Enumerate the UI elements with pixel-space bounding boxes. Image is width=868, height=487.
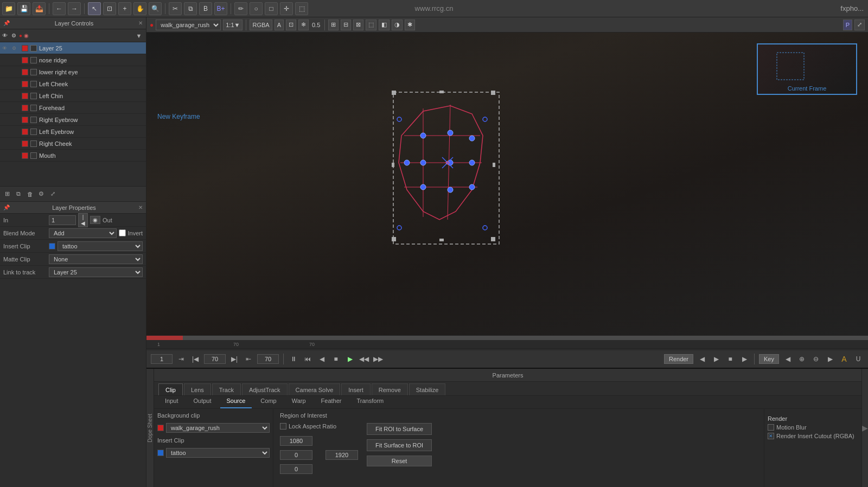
render-back-btn[interactable]: ◀ (697, 354, 707, 364)
layer-item[interactable]: Left Cheek (0, 78, 146, 90)
layer-check[interactable] (30, 129, 37, 135)
panel-icon-pin[interactable]: 📌 (3, 20, 10, 26)
layer-check[interactable] (30, 93, 37, 99)
settings-layer-btn[interactable]: ⚙ (36, 189, 46, 199)
stop-btn[interactable]: ⏸ (288, 354, 299, 364)
render-btn[interactable]: Render (664, 354, 693, 364)
tab-clip[interactable]: Clip (158, 383, 183, 395)
key-del-btn[interactable]: ⊖ (810, 354, 821, 364)
insert-clip-select2[interactable]: tattoo (166, 448, 270, 458)
frame-out-input[interactable] (257, 354, 279, 364)
subtab-comp[interactable]: Comp (254, 398, 283, 408)
layer-item[interactable]: lower right eye (0, 66, 146, 78)
subtab-output[interactable]: Output (187, 398, 218, 408)
ellipse-tool[interactable]: ○ (250, 2, 263, 15)
step-back-btn[interactable]: ⏮ (302, 354, 313, 364)
zoom-select-btn[interactable]: 1:1 ▼ (223, 20, 242, 30)
overlay-btn1[interactable]: ⊞ (328, 20, 339, 30)
render-play-btn[interactable]: ▶ (739, 354, 750, 364)
layer-check[interactable] (30, 57, 37, 63)
layer-item[interactable]: Forehead (0, 102, 146, 114)
select-tool[interactable]: ↖ (88, 2, 101, 15)
file-open-btn[interactable]: 📁 (2, 2, 15, 15)
tab-lens[interactable]: Lens (184, 383, 211, 395)
key-u-btn[interactable]: U (853, 354, 864, 364)
layer-item[interactable]: Right Eyebrow (0, 114, 146, 126)
key-add-btn[interactable]: ⊕ (796, 354, 807, 364)
overlay-btn7[interactable]: ✱ (405, 20, 415, 30)
layer-check[interactable] (30, 69, 37, 75)
tab-stabilize[interactable]: Stabilize (409, 383, 446, 395)
key-a-btn[interactable]: A (839, 354, 850, 364)
key-btn[interactable]: Key (759, 354, 779, 364)
subtab-feather[interactable]: Feather (315, 398, 348, 408)
link-to-track-select[interactable]: Layer 25 (49, 267, 143, 277)
timeline-bar[interactable] (146, 336, 868, 340)
frame-current-input[interactable] (204, 354, 226, 364)
layer-item[interactable]: Right Cheek (0, 138, 146, 150)
key-prev-btn[interactable]: ◀ (782, 354, 793, 364)
y-input[interactable] (280, 464, 312, 474)
subtab-warp[interactable]: Warp (285, 398, 312, 408)
next-frame-btn[interactable]: ▶▶ (373, 354, 384, 364)
play-fwd-btn[interactable]: ▶ (344, 354, 355, 364)
reset-btn[interactable]: Reset (367, 456, 432, 466)
a-btn[interactable]: A (275, 20, 284, 30)
set-in-btn2[interactable]: |◀ (190, 354, 201, 364)
invert-checkbox[interactable] (119, 229, 126, 236)
transform-tool[interactable]: ⊡ (103, 2, 116, 15)
freeze-btn[interactable]: ❄ (298, 20, 309, 30)
fit-roi-surface-btn[interactable]: Fit ROI to Surface (367, 423, 432, 435)
tab-remove[interactable]: Remove (372, 383, 408, 395)
layer-check[interactable] (30, 105, 37, 111)
insert-clip-select[interactable]: tattoo (58, 241, 143, 251)
move-tool[interactable]: ✛ (280, 2, 293, 15)
proxy-toggle[interactable]: ⊡ (286, 20, 296, 30)
overlay-btn6[interactable]: ◑ (392, 20, 403, 30)
b2-btn[interactable]: B+ (214, 2, 227, 15)
key-next-btn[interactable]: ▶ (825, 354, 835, 364)
layer-check[interactable] (30, 152, 37, 159)
pen-tool[interactable]: ✏ (234, 2, 247, 15)
right-edge-handle[interactable]: ▶ (861, 369, 868, 487)
layer-item[interactable]: Left Chin (0, 90, 146, 102)
set-out-btn2[interactable]: ⇤ (243, 354, 254, 364)
overlay-btn3[interactable]: ⊠ (353, 20, 363, 30)
cut-btn[interactable]: ✂ (169, 2, 182, 15)
overlay-btn4[interactable]: ⬚ (366, 20, 376, 30)
expand-layer-btn[interactable]: ⤢ (48, 189, 58, 199)
tab-camerasolve[interactable]: Camera Solve (289, 383, 341, 395)
layer-item[interactable]: nose ridge (0, 54, 146, 66)
overlay-btn5[interactable]: ◧ (379, 20, 390, 30)
layer-item[interactable]: Left Eyebrow (0, 126, 146, 138)
zoom-tool[interactable]: 🔍 (149, 2, 162, 15)
layer-check[interactable] (30, 45, 37, 52)
stop-btn2[interactable]: ■ (330, 354, 341, 364)
render-cutout-check[interactable]: ✕ (768, 433, 774, 439)
duplicate-layer-btn[interactable]: ⧉ (14, 189, 23, 199)
motion-blur-check[interactable] (768, 424, 774, 431)
render-stop-btn[interactable]: ■ (725, 354, 736, 364)
panel-pin-icon[interactable]: 📌 (3, 204, 10, 210)
clip-select[interactable]: walk_garage_rush (156, 20, 221, 30)
subtab-input[interactable]: Input (158, 398, 184, 408)
tab-insert[interactable]: Insert (341, 383, 371, 395)
add-layer-btn[interactable]: ⊞ (2, 189, 12, 199)
expand-view-btn[interactable]: ⤢ (854, 20, 865, 30)
proxy-btn[interactable]: P (843, 20, 852, 30)
tab-track[interactable]: Track (212, 383, 241, 395)
layer-check[interactable] (30, 140, 37, 147)
blend-mode-select[interactable]: Add Normal Multiply (49, 228, 117, 238)
play-rev-btn[interactable]: ◀◀ (359, 354, 369, 364)
redo-btn[interactable]: → (68, 2, 81, 15)
save-btn[interactable]: 💾 (17, 2, 30, 15)
subtab-transform[interactable]: Transform (350, 398, 391, 408)
selection-tool[interactable]: ⬚ (295, 2, 308, 15)
copy-btn[interactable]: ⧉ (184, 2, 197, 15)
rect-tool[interactable]: □ (265, 2, 278, 15)
panel-close-icon[interactable]: ✕ (138, 204, 143, 210)
export-btn[interactable]: 📤 (33, 2, 46, 15)
x-input[interactable] (280, 450, 312, 460)
pan-tool[interactable]: ✋ (133, 2, 146, 15)
b-btn[interactable]: B (199, 2, 212, 15)
